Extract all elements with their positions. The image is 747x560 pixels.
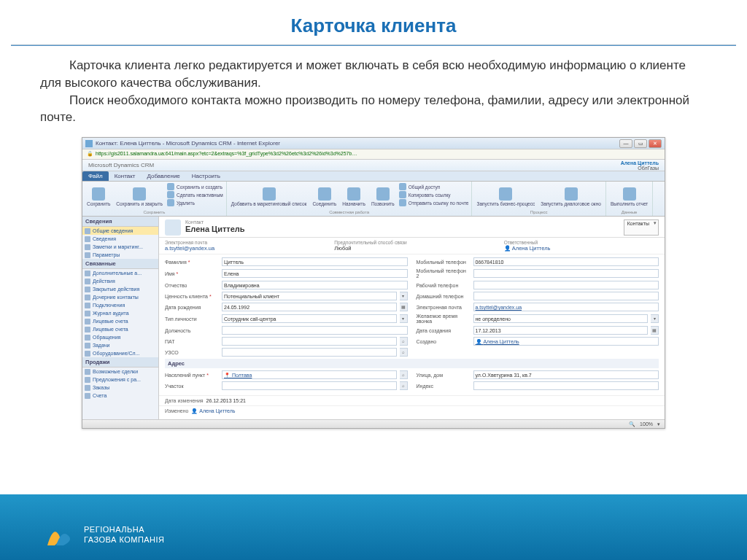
sidebar-item[interactable]: Дочерние контакты bbox=[82, 293, 158, 301]
changedby-value[interactable]: 👤 Алена Циттель bbox=[191, 408, 235, 413]
ribbon-tab-customize[interactable]: Настроить bbox=[186, 171, 226, 181]
mail-icon bbox=[399, 199, 406, 206]
minimize-button[interactable]: — bbox=[619, 139, 632, 148]
value-input[interactable]: Потенциальный клиент bbox=[222, 292, 397, 300]
sidebar-item-notes[interactable]: Заметки и марктинг... bbox=[82, 243, 158, 251]
save-new-button[interactable]: Сохранить и создать bbox=[167, 183, 223, 190]
ribbon: Сохранить Сохранить и закрыть Сохранить … bbox=[82, 182, 665, 217]
position-input[interactable] bbox=[222, 326, 408, 335]
sidebar-item[interactable]: Лицевые счета bbox=[82, 325, 158, 333]
sidebar-item[interactable]: Заказы bbox=[82, 384, 158, 392]
firstname-label: Имя * bbox=[165, 271, 219, 276]
sidebar-item-general[interactable]: Общие сведения bbox=[82, 227, 158, 235]
url-text: https://gis2011.salamandra.ua:641/main.a… bbox=[96, 151, 357, 156]
save-icon bbox=[92, 187, 105, 201]
lookup-icon[interactable]: ⌕ bbox=[400, 381, 408, 390]
workphone-input[interactable] bbox=[473, 281, 659, 289]
type-dropdown-icon[interactable]: ▾ bbox=[400, 314, 408, 323]
add-to-list-button[interactable]: Добавить в маркетинговый список bbox=[230, 183, 309, 210]
sidebar-item[interactable]: Оборудование/Сл... bbox=[82, 349, 158, 357]
lookup-icon[interactable]: ⌕ bbox=[400, 348, 408, 357]
address-section-header[interactable]: Адрес bbox=[165, 359, 659, 368]
slide-text: Карточка клиента легко редактируется и м… bbox=[0, 57, 747, 137]
view-dropdown[interactable]: Контакты bbox=[624, 219, 659, 236]
created-input[interactable]: 17.12.2013 bbox=[473, 326, 649, 335]
mobile2-label: Мобильный телефон 2 bbox=[417, 268, 471, 279]
status-bar: 🔍 100% ▾ bbox=[82, 419, 665, 428]
street-input[interactable]: ул.О.Хветурина 31, кв.7 bbox=[473, 370, 659, 379]
pat-input[interactable] bbox=[222, 337, 397, 346]
sidebar-item[interactable]: Обращения bbox=[82, 333, 158, 341]
mobile2-input[interactable] bbox=[473, 269, 659, 278]
crm-user-block: Алена Циттель ОблГазы bbox=[621, 160, 659, 171]
delete-button[interactable]: Удалить bbox=[167, 199, 223, 206]
uzso-label: УЗСО bbox=[165, 350, 219, 355]
lookup-icon[interactable]: ⌕ bbox=[400, 337, 408, 346]
firstname-input[interactable]: Елена bbox=[222, 269, 408, 278]
link-icon bbox=[399, 191, 406, 198]
index-input[interactable] bbox=[473, 381, 659, 390]
save-button[interactable]: Сохранить bbox=[85, 183, 112, 210]
wish-dropdown-icon[interactable]: ▾ bbox=[651, 314, 659, 323]
uzso-input[interactable] bbox=[222, 348, 397, 357]
sidebar-item[interactable]: Предложения с ра... bbox=[82, 376, 158, 384]
patronymic-input[interactable]: Владимировна bbox=[222, 281, 408, 289]
sidebar-item[interactable]: Лицевые счета bbox=[82, 317, 158, 325]
copy-link-button[interactable]: Копировать ссылку bbox=[399, 191, 469, 198]
changedby-label: Изменено bbox=[165, 408, 188, 413]
ribbon-tab-file[interactable]: Файл bbox=[82, 171, 109, 181]
email2-input[interactable]: a.tsyttel@yandex.ua bbox=[473, 303, 659, 311]
zoom-icon[interactable]: 🔍 bbox=[629, 421, 635, 427]
zoom-dropdown-icon[interactable]: ▾ bbox=[657, 421, 660, 427]
dialog-button[interactable]: Запустить диалоговое окно bbox=[539, 183, 603, 210]
ribbon-tab-add[interactable]: Добавление bbox=[141, 171, 185, 181]
sidebar-item[interactable]: Дополнительные а... bbox=[82, 269, 158, 277]
connect-button[interactable]: Соединить bbox=[311, 183, 338, 210]
calendar-icon[interactable]: ▦ bbox=[400, 303, 408, 311]
report-button[interactable]: Выполнить отчет bbox=[609, 183, 649, 210]
summary-email-value[interactable]: a.tsyttel@yandex.ua bbox=[165, 245, 320, 252]
calendar-icon[interactable]: ▦ bbox=[651, 326, 659, 335]
workflow-button[interactable]: Запустить бизнес-процесс bbox=[475, 183, 536, 210]
type-input[interactable]: Сотрудник call-центра bbox=[222, 314, 397, 323]
slide-para-2: Поиск необходимого контакта можно произв… bbox=[40, 92, 707, 127]
sidebar-item[interactable]: Задачи bbox=[82, 341, 158, 349]
dob-input[interactable]: 24.05.1992 bbox=[222, 303, 397, 311]
call-button[interactable]: Позвонить bbox=[370, 183, 396, 210]
lastname-input[interactable]: Циттель bbox=[222, 257, 408, 266]
close-button[interactable]: ✕ bbox=[649, 139, 662, 148]
ribbon-tab-contact[interactable]: Контакт bbox=[109, 171, 142, 181]
maximize-button[interactable]: ▭ bbox=[634, 139, 647, 148]
wish-input[interactable]: не определено bbox=[473, 314, 649, 323]
assign-button[interactable]: Назначить bbox=[341, 183, 367, 210]
summary-owner-value[interactable]: 👤 Алена Циттель bbox=[504, 245, 659, 252]
app-icon bbox=[85, 140, 93, 147]
city-input[interactable]: 📍 Полтава bbox=[222, 370, 397, 379]
modified-label: Дата изменения bbox=[165, 398, 204, 403]
save-close-button[interactable]: Сохранить и закрыть bbox=[115, 183, 164, 210]
ribbon-group-collab: Добавить в маркетинговый список Соединит… bbox=[227, 182, 473, 216]
deactivate-button[interactable]: Сделать неактивным bbox=[167, 191, 223, 198]
email2-label: Электронная почта bbox=[417, 305, 471, 310]
sidebar-item-params[interactable]: Параметры bbox=[82, 251, 158, 259]
homephone-input[interactable] bbox=[473, 292, 659, 300]
sidebar-item[interactable]: Закрытые действия bbox=[82, 285, 158, 293]
sidebar-item[interactable]: Возможные сделки bbox=[82, 368, 158, 376]
street-label: Улица, дом bbox=[417, 373, 471, 378]
createdby-input[interactable]: 👤 Алена Циттель bbox=[473, 337, 659, 346]
share-button[interactable]: Общий доступ bbox=[399, 183, 469, 190]
lookup-icon[interactable]: ⌕ bbox=[400, 370, 408, 379]
sidebar-item-details[interactable]: Сведения bbox=[82, 235, 158, 243]
sidebar-item[interactable]: Действия bbox=[82, 277, 158, 285]
mobile-input[interactable]: 0667841810 bbox=[473, 257, 659, 266]
email-link-button[interactable]: Отправить ссылку по почте bbox=[399, 199, 469, 206]
ribbon-group-process: Запустить бизнес-процесс Запустить диало… bbox=[472, 182, 605, 216]
ribbon-group-save: Сохранить Сохранить и закрыть Сохранить … bbox=[82, 182, 227, 216]
value-dropdown-icon[interactable]: ▾ bbox=[400, 292, 408, 300]
sidebar-item[interactable]: Журнал аудита bbox=[82, 309, 158, 317]
sidebar-item[interactable]: Счета bbox=[82, 392, 158, 400]
title-underline bbox=[11, 44, 736, 46]
uchastok-input[interactable] bbox=[222, 381, 397, 390]
url-bar[interactable]: 🔒https://gis2011.salamandra.ua:641/main.… bbox=[82, 149, 665, 160]
sidebar-item[interactable]: Подключения bbox=[82, 301, 158, 309]
